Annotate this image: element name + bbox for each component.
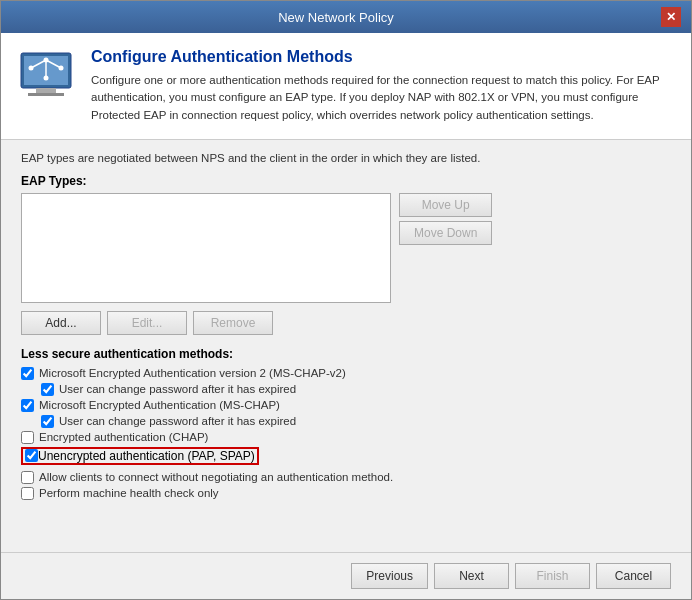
list-item: Encrypted authentication (CHAP) (21, 431, 671, 444)
svg-rect-3 (28, 93, 64, 96)
previous-button[interactable]: Previous (351, 563, 428, 589)
header-title: Configure Authentication Methods (91, 48, 671, 66)
list-item: Allow clients to connect without negotia… (21, 471, 671, 484)
checkbox-no-negotiate[interactable] (21, 471, 34, 484)
content-area: Configure Authentication Methods Configu… (1, 33, 691, 599)
info-text: EAP types are negotiated between NPS and… (21, 152, 671, 164)
label-pap-spap: Unencrypted authentication (PAP, SPAP) (38, 449, 255, 463)
list-item: User can change password after it has ex… (41, 383, 671, 396)
footer: Previous Next Finish Cancel (1, 552, 691, 599)
eap-types-label: EAP Types: (21, 174, 671, 188)
label-chap: Encrypted authentication (CHAP) (39, 431, 208, 443)
title-bar: New Network Policy ✕ (1, 1, 691, 33)
checkbox-ms-chap-v2[interactable] (21, 367, 34, 380)
highlighted-row: Unencrypted authentication (PAP, SPAP) (21, 447, 259, 465)
cancel-button[interactable]: Cancel (596, 563, 671, 589)
remove-button[interactable]: Remove (193, 311, 273, 335)
eap-section: Move Up Move Down (21, 193, 671, 303)
eap-action-buttons: Add... Edit... Remove (21, 311, 671, 335)
highlighted-item-container: Unencrypted authentication (PAP, SPAP) (21, 447, 671, 468)
svg-point-9 (59, 66, 64, 71)
checkbox-machine-health[interactable] (21, 487, 34, 500)
move-up-button[interactable]: Move Up (399, 193, 492, 217)
header-description: Configure one or more authentication met… (91, 72, 671, 124)
list-item: User can change password after it has ex… (41, 415, 671, 428)
list-item: Microsoft Encrypted Authentication versi… (21, 367, 671, 380)
checkbox-pap-spap[interactable] (25, 449, 38, 462)
label-no-negotiate: Allow clients to connect without negotia… (39, 471, 393, 483)
svg-point-8 (29, 66, 34, 71)
svg-point-10 (44, 76, 49, 81)
move-down-button[interactable]: Move Down (399, 221, 492, 245)
list-item: Microsoft Encrypted Authentication (MS-C… (21, 399, 671, 412)
eap-move-buttons: Move Up Move Down (399, 193, 492, 245)
label-change-pwd-1: User can change password after it has ex… (59, 383, 296, 395)
svg-point-7 (44, 58, 49, 63)
eap-listbox[interactable] (21, 193, 391, 303)
main-window: New Network Policy ✕ (0, 0, 692, 600)
add-button[interactable]: Add... (21, 311, 101, 335)
checkbox-change-pwd-2[interactable] (41, 415, 54, 428)
main-content: EAP types are negotiated between NPS and… (1, 140, 691, 552)
window-title: New Network Policy (11, 10, 661, 25)
edit-button[interactable]: Edit... (107, 311, 187, 335)
header-text: Configure Authentication Methods Configu… (91, 48, 671, 124)
label-ms-chap: Microsoft Encrypted Authentication (MS-C… (39, 399, 280, 411)
less-secure-title: Less secure authentication methods: (21, 347, 671, 361)
next-button[interactable]: Next (434, 563, 509, 589)
checkbox-ms-chap[interactable] (21, 399, 34, 412)
header-section: Configure Authentication Methods Configu… (1, 33, 691, 140)
svg-rect-2 (36, 88, 56, 93)
header-icon (16, 48, 76, 108)
checkbox-chap[interactable] (21, 431, 34, 444)
label-change-pwd-2: User can change password after it has ex… (59, 415, 296, 427)
label-machine-health: Perform machine health check only (39, 487, 219, 499)
label-ms-chap-v2: Microsoft Encrypted Authentication versi… (39, 367, 346, 379)
close-button[interactable]: ✕ (661, 7, 681, 27)
finish-button[interactable]: Finish (515, 563, 590, 589)
checkbox-change-pwd-1[interactable] (41, 383, 54, 396)
list-item: Perform machine health check only (21, 487, 671, 500)
